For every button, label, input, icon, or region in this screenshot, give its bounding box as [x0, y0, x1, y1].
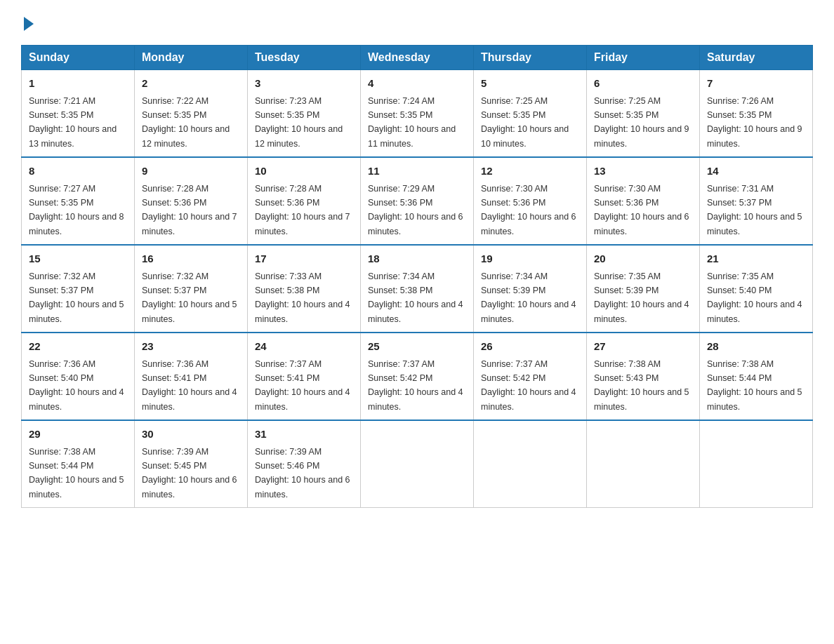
- day-number: 8: [29, 163, 127, 180]
- calendar-cell: [361, 420, 474, 508]
- calendar-cell: 18Sunrise: 7:34 AMSunset: 5:38 PMDayligh…: [361, 245, 474, 333]
- day-number: 28: [707, 339, 805, 355]
- calendar-cell: 12Sunrise: 7:30 AMSunset: 5:36 PMDayligh…: [474, 157, 587, 245]
- day-number: 13: [594, 163, 692, 180]
- day-info: Sunrise: 7:34 AMSunset: 5:38 PMDaylight:…: [368, 271, 463, 324]
- calendar-cell: 31Sunrise: 7:39 AMSunset: 5:46 PMDayligh…: [248, 420, 361, 508]
- day-info: Sunrise: 7:35 AMSunset: 5:40 PMDaylight:…: [707, 271, 802, 324]
- page-header: [21, 14, 813, 31]
- calendar-cell: 30Sunrise: 7:39 AMSunset: 5:45 PMDayligh…: [135, 420, 248, 508]
- day-info: Sunrise: 7:36 AMSunset: 5:40 PMDaylight:…: [29, 359, 124, 412]
- day-info: Sunrise: 7:25 AMSunset: 5:35 PMDaylight:…: [481, 96, 569, 149]
- day-info: Sunrise: 7:37 AMSunset: 5:42 PMDaylight:…: [481, 359, 576, 412]
- calendar-cell: 10Sunrise: 7:28 AMSunset: 5:36 PMDayligh…: [248, 157, 361, 245]
- calendar-cell: 19Sunrise: 7:34 AMSunset: 5:39 PMDayligh…: [474, 245, 587, 333]
- calendar-week-row: 8Sunrise: 7:27 AMSunset: 5:35 PMDaylight…: [22, 157, 813, 245]
- calendar-table: SundayMondayTuesdayWednesdayThursdayFrid…: [21, 45, 813, 508]
- day-number: 2: [142, 76, 240, 92]
- calendar-week-row: 29Sunrise: 7:38 AMSunset: 5:44 PMDayligh…: [22, 420, 813, 508]
- day-info: Sunrise: 7:39 AMSunset: 5:45 PMDaylight:…: [142, 447, 237, 499]
- col-header-thursday: Thursday: [474, 46, 587, 70]
- day-info: Sunrise: 7:30 AMSunset: 5:36 PMDaylight:…: [481, 184, 576, 236]
- logo: [21, 14, 34, 31]
- calendar-week-row: 15Sunrise: 7:32 AMSunset: 5:37 PMDayligh…: [22, 245, 813, 333]
- day-number: 14: [707, 163, 805, 180]
- day-number: 27: [594, 339, 692, 355]
- calendar-cell: 11Sunrise: 7:29 AMSunset: 5:36 PMDayligh…: [361, 157, 474, 245]
- col-header-saturday: Saturday: [700, 46, 813, 70]
- calendar-cell: 7Sunrise: 7:26 AMSunset: 5:35 PMDaylight…: [700, 70, 813, 158]
- calendar-cell: 29Sunrise: 7:38 AMSunset: 5:44 PMDayligh…: [22, 420, 135, 508]
- day-info: Sunrise: 7:24 AMSunset: 5:35 PMDaylight:…: [368, 96, 456, 149]
- day-number: 9: [142, 163, 240, 180]
- day-info: Sunrise: 7:37 AMSunset: 5:42 PMDaylight:…: [368, 359, 463, 412]
- day-info: Sunrise: 7:22 AMSunset: 5:35 PMDaylight:…: [142, 96, 230, 149]
- col-header-friday: Friday: [587, 46, 700, 70]
- day-info: Sunrise: 7:26 AMSunset: 5:35 PMDaylight:…: [707, 96, 802, 149]
- calendar-cell: [587, 420, 700, 508]
- day-number: 31: [255, 427, 353, 443]
- calendar-cell: 14Sunrise: 7:31 AMSunset: 5:37 PMDayligh…: [700, 157, 813, 245]
- day-number: 18: [368, 251, 466, 267]
- day-info: Sunrise: 7:30 AMSunset: 5:36 PMDaylight:…: [594, 184, 689, 236]
- day-info: Sunrise: 7:27 AMSunset: 5:35 PMDaylight:…: [29, 184, 124, 236]
- day-info: Sunrise: 7:32 AMSunset: 5:37 PMDaylight:…: [29, 271, 124, 324]
- calendar-cell: 26Sunrise: 7:37 AMSunset: 5:42 PMDayligh…: [474, 333, 587, 420]
- calendar-cell: 21Sunrise: 7:35 AMSunset: 5:40 PMDayligh…: [700, 245, 813, 333]
- calendar-week-row: 22Sunrise: 7:36 AMSunset: 5:40 PMDayligh…: [22, 333, 813, 420]
- col-header-tuesday: Tuesday: [248, 46, 361, 70]
- calendar-cell: 4Sunrise: 7:24 AMSunset: 5:35 PMDaylight…: [361, 70, 474, 158]
- calendar-cell: 9Sunrise: 7:28 AMSunset: 5:36 PMDaylight…: [135, 157, 248, 245]
- day-number: 12: [481, 163, 579, 180]
- day-info: Sunrise: 7:37 AMSunset: 5:41 PMDaylight:…: [255, 359, 350, 412]
- day-info: Sunrise: 7:23 AMSunset: 5:35 PMDaylight:…: [255, 96, 343, 149]
- calendar-cell: 28Sunrise: 7:38 AMSunset: 5:44 PMDayligh…: [700, 333, 813, 420]
- day-number: 24: [255, 339, 353, 355]
- day-number: 22: [29, 339, 127, 355]
- calendar-cell: 25Sunrise: 7:37 AMSunset: 5:42 PMDayligh…: [361, 333, 474, 420]
- calendar-cell: 5Sunrise: 7:25 AMSunset: 5:35 PMDaylight…: [474, 70, 587, 158]
- calendar-cell: 8Sunrise: 7:27 AMSunset: 5:35 PMDaylight…: [22, 157, 135, 245]
- day-info: Sunrise: 7:29 AMSunset: 5:36 PMDaylight:…: [368, 184, 463, 236]
- day-number: 15: [29, 251, 127, 267]
- day-number: 16: [142, 251, 240, 267]
- calendar-header-row: SundayMondayTuesdayWednesdayThursdayFrid…: [22, 46, 813, 70]
- day-info: Sunrise: 7:32 AMSunset: 5:37 PMDaylight:…: [142, 271, 237, 324]
- day-number: 20: [594, 251, 692, 267]
- day-number: 6: [594, 76, 692, 92]
- calendar-cell: 6Sunrise: 7:25 AMSunset: 5:35 PMDaylight…: [587, 70, 700, 158]
- day-number: 23: [142, 339, 240, 355]
- calendar-cell: 1Sunrise: 7:21 AMSunset: 5:35 PMDaylight…: [22, 70, 135, 158]
- day-number: 5: [481, 76, 579, 92]
- day-info: Sunrise: 7:33 AMSunset: 5:38 PMDaylight:…: [255, 271, 350, 324]
- calendar-cell: 24Sunrise: 7:37 AMSunset: 5:41 PMDayligh…: [248, 333, 361, 420]
- day-info: Sunrise: 7:35 AMSunset: 5:39 PMDaylight:…: [594, 271, 689, 324]
- day-info: Sunrise: 7:21 AMSunset: 5:35 PMDaylight:…: [29, 96, 117, 149]
- day-number: 21: [707, 251, 805, 267]
- day-number: 11: [368, 163, 466, 180]
- day-info: Sunrise: 7:38 AMSunset: 5:44 PMDaylight:…: [29, 447, 124, 499]
- col-header-monday: Monday: [135, 46, 248, 70]
- calendar-cell: 13Sunrise: 7:30 AMSunset: 5:36 PMDayligh…: [587, 157, 700, 245]
- col-header-wednesday: Wednesday: [361, 46, 474, 70]
- calendar-cell: 23Sunrise: 7:36 AMSunset: 5:41 PMDayligh…: [135, 333, 248, 420]
- day-number: 1: [29, 76, 127, 92]
- calendar-cell: [700, 420, 813, 508]
- day-number: 17: [255, 251, 353, 267]
- day-number: 26: [481, 339, 579, 355]
- calendar-cell: 15Sunrise: 7:32 AMSunset: 5:37 PMDayligh…: [22, 245, 135, 333]
- day-info: Sunrise: 7:34 AMSunset: 5:39 PMDaylight:…: [481, 271, 576, 324]
- day-number: 30: [142, 427, 240, 443]
- calendar-cell: [474, 420, 587, 508]
- calendar-week-row: 1Sunrise: 7:21 AMSunset: 5:35 PMDaylight…: [22, 70, 813, 158]
- calendar-cell: 16Sunrise: 7:32 AMSunset: 5:37 PMDayligh…: [135, 245, 248, 333]
- logo-arrow-icon: [24, 17, 34, 31]
- calendar-cell: 27Sunrise: 7:38 AMSunset: 5:43 PMDayligh…: [587, 333, 700, 420]
- day-number: 3: [255, 76, 353, 92]
- day-number: 29: [29, 427, 127, 443]
- day-info: Sunrise: 7:31 AMSunset: 5:37 PMDaylight:…: [707, 184, 802, 236]
- calendar-cell: 2Sunrise: 7:22 AMSunset: 5:35 PMDaylight…: [135, 70, 248, 158]
- day-number: 7: [707, 76, 805, 92]
- col-header-sunday: Sunday: [22, 46, 135, 70]
- day-info: Sunrise: 7:28 AMSunset: 5:36 PMDaylight:…: [255, 184, 350, 236]
